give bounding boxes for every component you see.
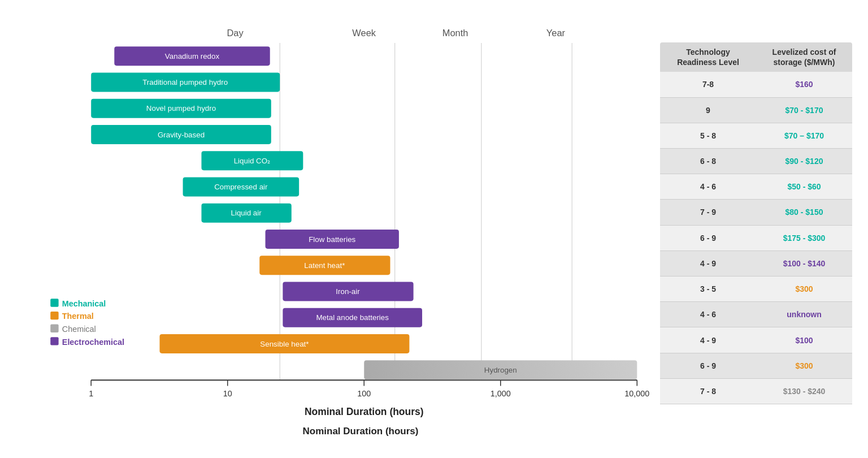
table-row: 4 - 6 $50 - $60 (660, 174, 852, 200)
legend-electrochemical: Electrochemical (62, 338, 124, 347)
x-axis-label-svg: Nominal Duration (hours) (305, 406, 424, 417)
table-row: 4 - 6 unknown (660, 302, 852, 327)
table-row: 6 - 9 $175 - $300 (660, 226, 852, 251)
trl-12: 7 - 8 (660, 379, 756, 404)
table-row: 6 - 9 $300 (660, 353, 852, 379)
main-container: Nominal Duration (hours) Day Week Month … (10, 8, 858, 450)
label-month: Month (442, 28, 468, 38)
cost-0: $160 (756, 72, 852, 97)
cost-8: $300 (756, 276, 852, 301)
th-trl: TechnologyReadiness Level (660, 45, 756, 70)
trl-2: 5 - 8 (660, 123, 756, 148)
tick-1000: 1,000 (491, 389, 511, 398)
trl-11: 6 - 9 (660, 353, 756, 378)
label-iron-air: Iron-air (336, 287, 360, 296)
trl-3: 6 - 8 (660, 149, 756, 174)
cost-2: $70 – $170 (756, 123, 852, 148)
label-year: Year (546, 28, 566, 38)
right-table: TechnologyReadiness Level Levelized cost… (660, 42, 852, 404)
legend-chemical: Chemical (62, 325, 96, 334)
chart-svg: Day Week Month Year (16, 20, 660, 438)
label-day: Day (227, 28, 244, 38)
label-novel-pumped-hydro: Novel pumped hydro (146, 104, 216, 113)
label-gravity-based: Gravity-based (158, 131, 205, 139)
cost-9: unknown (756, 302, 852, 327)
trl-10: 4 - 9 (660, 327, 756, 352)
table-row: 7 - 8 $130 - $240 (660, 379, 852, 404)
trl-7: 4 - 9 (660, 251, 756, 276)
cost-10: $100 (756, 327, 852, 352)
table-row: 4 - 9 $100 (660, 327, 852, 353)
label-sensible-heat: Sensible heat* (260, 340, 309, 348)
cost-6: $175 - $300 (756, 226, 852, 250)
cost-3: $90 - $120 (756, 149, 852, 174)
legend-chemical-swatch (50, 325, 58, 332)
table-row: 4 - 9 $100 - $140 (660, 251, 852, 276)
cost-4: $50 - $60 (756, 174, 852, 199)
label-traditional-pumped-hydro: Traditional pumped hydro (142, 78, 228, 87)
label-liquid-co2: Liquid CO₂ (234, 157, 270, 165)
cost-12: $130 - $240 (756, 379, 852, 404)
trl-8: 3 - 5 (660, 276, 756, 301)
table-row: 6 - 8 $90 - $120 (660, 149, 852, 174)
label-latent-heat: Latent heat* (304, 261, 345, 270)
tick-1: 1 (89, 389, 93, 398)
trl-1: 9 (660, 98, 756, 123)
table-row: 7-8 $160 (660, 72, 852, 97)
trl-9: 4 - 6 (660, 302, 756, 327)
label-vanadium-redox: Vanadium redox (165, 52, 220, 61)
trl-6: 6 - 9 (660, 226, 756, 250)
trl-0: 7-8 (660, 72, 756, 97)
table-header: TechnologyReadiness Level Levelized cost… (660, 42, 852, 72)
table-row: 3 - 5 $300 (660, 276, 852, 302)
trl-4: 4 - 6 (660, 174, 756, 199)
tick-10000: 10,000 (624, 389, 649, 398)
cost-7: $100 - $140 (756, 251, 852, 276)
cost-5: $80 - $150 (756, 200, 852, 224)
cost-11: $300 (756, 353, 852, 378)
trl-5: 7 - 9 (660, 200, 756, 224)
legend-mechanical-swatch (50, 299, 58, 306)
tick-10: 10 (223, 389, 232, 398)
cost-1: $70 - $170 (756, 98, 852, 123)
table-row: 9 $70 - $170 (660, 98, 852, 123)
chart-area: Nominal Duration (hours) Day Week Month … (16, 20, 660, 438)
label-metal-anode-batteries: Metal anode batteries (316, 313, 389, 322)
legend-thermal-swatch (50, 312, 58, 319)
label-hydrogen: Hydrogen (484, 366, 517, 374)
label-liquid-air: Liquid air (231, 209, 262, 217)
label-flow-batteries: Flow batteries (309, 235, 355, 244)
tick-100: 100 (357, 389, 371, 398)
label-compressed-air: Compressed air (214, 183, 268, 191)
th-cost: Levelized cost ofstorage ($/MWh) (756, 45, 852, 70)
label-week: Week (352, 28, 376, 38)
table-row: 5 - 8 $70 – $170 (660, 123, 852, 149)
legend-thermal: Thermal (62, 312, 94, 321)
table-row: 7 - 9 $80 - $150 (660, 200, 852, 225)
legend-electrochemical-swatch (50, 337, 58, 345)
table-body: 7-8 $160 9 $70 - $170 5 - 8 $70 – $170 6… (660, 72, 852, 404)
legend-mechanical: Mechanical (62, 299, 106, 308)
